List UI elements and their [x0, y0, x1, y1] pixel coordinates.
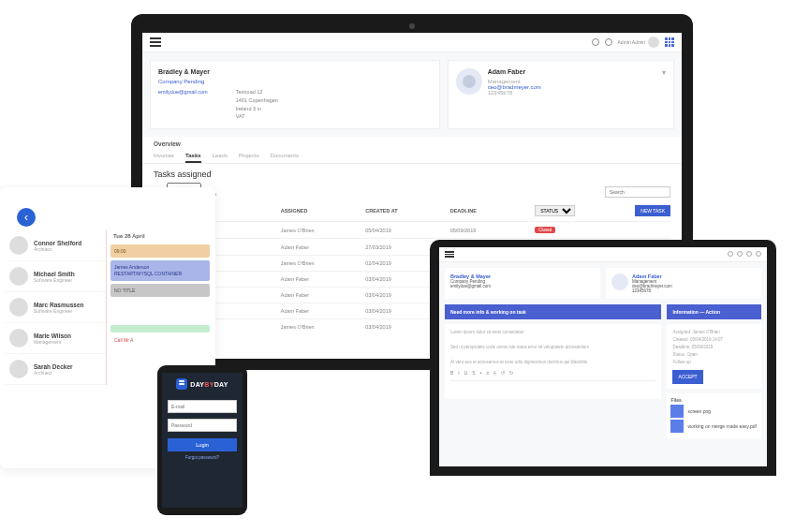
- apps-grid-icon[interactable]: [665, 37, 674, 47]
- contact-card: Adam Faber Management ceo@bradmeyer.com …: [448, 60, 674, 129]
- panel-title: Tasks assigned: [154, 170, 670, 179]
- calendar-event[interactable]: James Anderson RESTART/MYSQL CONTAINER: [110, 260, 210, 281]
- table-header: ASSIGNED CREATED AT DEADLINE STATUS NEW …: [154, 200, 670, 221]
- person-row[interactable]: Marc RasmussenSoftware Engineer: [6, 292, 106, 323]
- forgot-password-link[interactable]: Forgot password?: [185, 455, 219, 460]
- client-addr2: 1401 Copenhagen: [236, 96, 278, 105]
- status-badge: Closed: [535, 227, 555, 233]
- task-title-bar: Need more info & working on task: [445, 304, 661, 319]
- logo-icon: [176, 378, 187, 390]
- tab-tasks[interactable]: Tasks: [185, 153, 201, 163]
- table-row[interactable]: Web developmentJames O'Brien05/04/201905…: [154, 221, 670, 238]
- user-name: Admin Admin: [618, 39, 645, 45]
- th-deadline[interactable]: DEADLINE: [450, 208, 535, 214]
- person-row[interactable]: Sarah DeckerArchitect: [6, 354, 106, 385]
- login-button[interactable]: Login: [168, 438, 237, 451]
- file-name: screen.png: [687, 408, 711, 414]
- tab-leads[interactable]: Leads: [213, 153, 228, 163]
- tab-documents[interactable]: Documents: [271, 153, 299, 163]
- person-row[interactable]: Marie WilsonManagement: [6, 323, 106, 354]
- task-assigned: James O'Brien: [281, 228, 365, 233]
- phone-device: DAYBYDAY Login Forgot password?: [157, 365, 247, 515]
- client-addr3: Ireland 3 m: [236, 105, 278, 113]
- calendar-event[interactable]: NO TITLE: [110, 284, 210, 297]
- person-role: Architect: [34, 370, 73, 376]
- topbar-icons: [728, 251, 761, 257]
- editor-toolbar[interactable]: BIUS•≡⎘↺↻: [450, 366, 655, 381]
- info-value: 05/09/2019: [692, 345, 714, 349]
- password-field[interactable]: [168, 419, 237, 432]
- file-item[interactable]: working on merge made easy.pdf: [670, 420, 758, 433]
- search-icon[interactable]: [728, 251, 733, 257]
- back-button[interactable]: ‹: [17, 208, 36, 227]
- calendar-event[interactable]: [110, 325, 210, 332]
- client-line2: emilydoe@gmail.com: [450, 284, 595, 288]
- person-row[interactable]: Connor ShelfordArchitect: [6, 230, 106, 261]
- info-value: 05/04/2019 14:07: [690, 337, 723, 342]
- info-label: Follow up: [672, 359, 756, 366]
- desc-line: At vero eos et accusamus et iusto odio d…: [450, 359, 655, 366]
- avatar-icon: [9, 329, 28, 347]
- calendar-event[interactable]: 09:00: [110, 244, 210, 258]
- person-role: Architect: [34, 246, 81, 252]
- file-thumb-icon: [670, 405, 684, 418]
- calendar-event[interactable]: Call Mr A: [110, 335, 210, 345]
- contact-name: Adam Faber: [488, 68, 541, 75]
- collapse-icon[interactable]: ▾: [662, 68, 666, 121]
- apps-icon[interactable]: [756, 251, 761, 257]
- contact-phone: 12345678: [488, 90, 541, 96]
- accept-button[interactable]: ACCEPT: [672, 370, 702, 384]
- client-company[interactable]: Company Pending: [158, 79, 432, 84]
- info-label: Assigned: [672, 330, 690, 334]
- overview-label: Overview: [142, 137, 682, 151]
- info-panel: Assigned James O'Brien Created 05/04/201…: [667, 324, 761, 389]
- files-panel: Files screen.png working on merge made e…: [667, 393, 761, 438]
- info-value: Open: [687, 352, 698, 357]
- globe-icon[interactable]: [605, 38, 612, 46]
- info-label: Created: [672, 337, 687, 342]
- task-created: 05/04/2019: [365, 228, 450, 233]
- person-role: Software Engineer: [34, 308, 83, 314]
- info-title-bar: Information — Action: [667, 304, 761, 319]
- top-bar: Admin Admin: [142, 33, 682, 52]
- tabs: Invoices Tasks Leads Projects Documents: [142, 151, 682, 164]
- task-assigned: Adam Faber: [281, 276, 365, 282]
- tab-invoices[interactable]: Invoices: [154, 153, 174, 163]
- avatar-icon: [611, 273, 628, 290]
- search-input[interactable]: [605, 186, 670, 198]
- client-email[interactable]: emilydoe@gmail.com: [158, 88, 208, 96]
- camera-dot: [409, 23, 415, 29]
- email-field[interactable]: [168, 400, 237, 413]
- file-item[interactable]: screen.png: [670, 405, 758, 418]
- laptop-screen: Bradley & Mayer Company Pending emilydoe…: [439, 247, 767, 466]
- client-name: Bradley & Mayer: [158, 68, 432, 75]
- user-icon[interactable]: [746, 251, 752, 257]
- file-name: working on merge made easy.pdf: [687, 423, 757, 429]
- person-name: Michael Smith: [34, 271, 75, 277]
- avatar-icon: [648, 37, 659, 48]
- info-value[interactable]: James O'Brien: [692, 330, 719, 334]
- hamburger-icon[interactable]: [445, 250, 454, 259]
- current-user[interactable]: Admin Admin: [618, 37, 659, 48]
- tab-projects[interactable]: Projects: [239, 153, 259, 163]
- task-assigned: James O'Brien: [281, 324, 365, 330]
- client-addr4: VAT: [236, 112, 278, 121]
- files-label: Files: [670, 397, 758, 403]
- avatar-icon: [9, 298, 28, 317]
- th-assigned[interactable]: ASSIGNED: [281, 208, 365, 214]
- info-label: Deadline: [672, 345, 689, 349]
- avatar-icon: [9, 236, 28, 255]
- search-icon[interactable]: [592, 38, 599, 46]
- new-task-button[interactable]: NEW TASK: [635, 205, 670, 216]
- globe-icon[interactable]: [737, 251, 743, 257]
- person-row[interactable]: Michael SmithSoftware Engineer: [6, 261, 106, 292]
- status-filter-select[interactable]: STATUS: [535, 205, 575, 216]
- desc-line: Sed ut perspiciatis unde omnis iste natu…: [450, 344, 655, 351]
- app-logo: DAYBYDAY: [176, 378, 228, 390]
- day-column: Tue 28 April 09:00 James Anderson RESTAR…: [107, 230, 210, 385]
- th-created[interactable]: CREATED AT: [365, 208, 450, 214]
- people-list: Connor ShelfordArchitectMichael SmithSof…: [6, 230, 107, 385]
- hamburger-icon[interactable]: [150, 37, 161, 47]
- contact-line3: 12345678: [632, 288, 672, 293]
- task-description: Lorem ipsum dolor sit amet consectetur S…: [445, 324, 661, 399]
